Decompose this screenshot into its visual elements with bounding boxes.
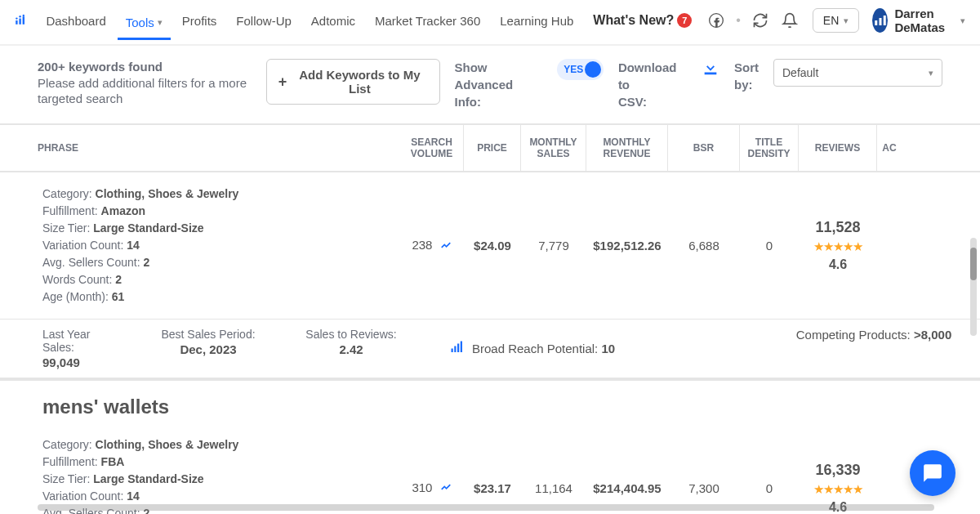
nav-whatsnew[interactable]: What's New? 7 (585, 8, 700, 33)
svg-point-3 (16, 17, 17, 19)
results-hint: Please add additional filters for a more… (38, 75, 252, 107)
th-monthly-sales[interactable]: MONTHLYSALES (521, 125, 586, 171)
svg-rect-1 (19, 19, 20, 25)
chevron-down-icon: ▾ (844, 16, 849, 26)
sort-label: Sortby: (734, 59, 759, 93)
chevron-down-icon: ▾ (929, 68, 933, 78)
stat-competing-products: Competing Products: >8,000 (768, 326, 980, 371)
chat-button[interactable] (910, 450, 956, 496)
review-rating: 4.6 (829, 257, 847, 272)
stat-sales-to-reviews: Sales to Reviews:2.42 (278, 326, 425, 371)
nav-followup[interactable]: Follow-Up (228, 9, 300, 33)
svg-rect-12 (454, 346, 456, 353)
svg-rect-8 (879, 18, 881, 25)
svg-rect-2 (23, 16, 24, 25)
th-reviews[interactable]: REVIEWS (799, 125, 877, 171)
th-title-density[interactable]: TITLEDENSITY (740, 125, 799, 171)
nav-learning-hub[interactable]: Learning Hub (492, 9, 581, 33)
vertical-scrollbar[interactable] (970, 238, 977, 336)
trend-icon[interactable] (439, 239, 452, 253)
table-header: PHRASE SEARCHVOLUME PRICE MONTHLYSALES M… (0, 123, 980, 172)
sort-value: Default (782, 66, 818, 79)
user-menu[interactable]: Darren DeMatas ▾ (872, 7, 965, 34)
toggle-knob (585, 61, 601, 78)
add-keywords-label: Add Keywords to My List (292, 68, 427, 96)
signal-icon (449, 340, 466, 357)
trend-icon[interactable] (439, 481, 452, 495)
toolbar: 200+ keywords found Please add additiona… (0, 54, 980, 123)
star-icons: ★★★★★ (813, 239, 862, 254)
logo-icon[interactable] (15, 11, 26, 29)
cell-price: $23.17 (464, 473, 521, 503)
cell-monthly-sales: 11,164 (521, 473, 586, 503)
cell-monthly-revenue: $192,512.26 (586, 230, 668, 261)
avatar-icon (872, 8, 888, 33)
cell-reviews: 11,528 ★★★★★ 4.6 (799, 211, 877, 280)
cell-monthly-sales: 7,779 (521, 230, 586, 261)
results-info: 200+ keywords found Please add additiona… (38, 59, 252, 107)
scroll-thumb[interactable] (970, 248, 977, 280)
cell-title-density: 0 (740, 230, 799, 261)
th-monthly-revenue[interactable]: MONTHLYREVENUE (586, 125, 668, 171)
sort-select[interactable]: Default ▾ (773, 59, 942, 87)
stat-best-sales-period: Best Sales Period:Dec, 2023 (139, 326, 278, 371)
advanced-info-toggle[interactable]: YES (557, 59, 604, 80)
horizontal-scrollbar[interactable] (38, 504, 934, 511)
chevron-down-icon: ▾ (960, 16, 965, 26)
th-price[interactable]: PRICE (464, 125, 521, 171)
svg-rect-9 (884, 16, 886, 25)
chevron-down-icon: ▾ (158, 17, 163, 28)
cell-bsr: 6,688 (668, 230, 740, 261)
svg-rect-14 (461, 342, 462, 353)
svg-rect-13 (457, 344, 459, 353)
bell-icon[interactable] (782, 11, 798, 30)
phrase-title[interactable]: mens' wallets (0, 381, 980, 423)
download-icon[interactable] (702, 59, 719, 77)
cell-bsr: 7,300 (668, 473, 740, 503)
username: Darren DeMatas (894, 7, 954, 34)
facebook-icon[interactable] (708, 11, 724, 30)
add-keywords-button[interactable]: + Add Keywords to My List (266, 59, 440, 105)
cell-monthly-revenue: $214,404.95 (586, 473, 668, 503)
toggle-label: YES (564, 64, 583, 75)
svg-rect-0 (16, 20, 17, 25)
nav-tools[interactable]: Tools ▾ (118, 11, 171, 40)
cell-search-volume: 310 (400, 472, 464, 504)
plus-icon: + (278, 74, 287, 91)
nav-adtomic[interactable]: Adtomic (303, 9, 363, 33)
th-search-volume[interactable]: SEARCHVOLUME (400, 125, 464, 171)
table-row: Category: Clothing, Shoes & Jewelry Fulf… (0, 172, 980, 381)
results-count: 200+ keywords found (38, 59, 252, 75)
nav-market-tracker[interactable]: Market Tracker 360 (367, 9, 488, 33)
top-nav: Dashboard Tools ▾ Profits Follow-Up Adto… (0, 0, 980, 46)
cell-phrase-meta: Category: Clothing, Shoes & Jewelry Fulf… (0, 423, 400, 514)
th-phrase[interactable]: PHRASE (0, 125, 400, 171)
whatsnew-label: What's New? (593, 13, 674, 28)
svg-point-4 (19, 16, 20, 17)
download-label: Download toCSV: (618, 59, 687, 110)
refresh-icon[interactable] (752, 11, 768, 30)
cell-title-density: 0 (740, 473, 799, 503)
nav-tools-label: Tools (126, 16, 154, 29)
review-count: 11,528 (815, 219, 860, 236)
nav-dashboard[interactable]: Dashboard (38, 9, 114, 33)
th-ac[interactable]: AC (877, 125, 902, 171)
th-bsr[interactable]: BSR (668, 125, 740, 171)
separator-dot: • (736, 13, 741, 28)
svg-rect-7 (875, 20, 877, 25)
stats-bar: Last Year Sales:99,049 Best Sales Period… (0, 319, 980, 379)
stat-broad-reach: Broad Reach Potential: 10 (425, 326, 768, 371)
svg-rect-10 (705, 73, 717, 75)
svg-rect-11 (452, 349, 453, 353)
cell-phrase-meta: Category: Clothing, Shoes & Jewelry Fulf… (0, 172, 400, 319)
show-advanced-label: Show AdvancedInfo: (455, 59, 543, 110)
svg-point-5 (23, 15, 24, 16)
table-row: Category: Clothing, Shoes & Jewelry Fulf… (0, 423, 980, 514)
language-selector[interactable]: EN ▾ (813, 8, 859, 33)
language-label: EN (823, 14, 839, 27)
whatsnew-badge: 7 (677, 13, 692, 28)
cell-price: $24.09 (464, 230, 521, 261)
review-count: 16,339 (815, 462, 860, 479)
star-icons: ★★★★★ (813, 482, 862, 497)
nav-profits[interactable]: Profits (174, 9, 225, 33)
